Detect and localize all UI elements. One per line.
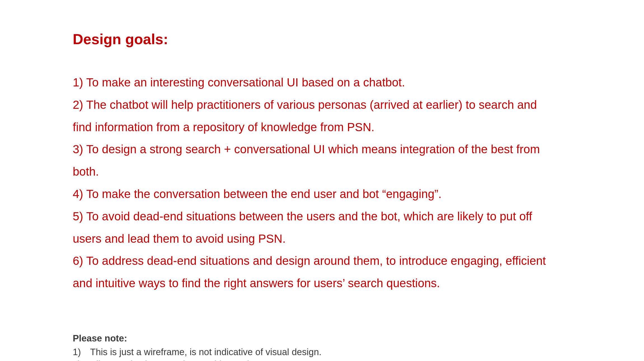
goal-item: 2) The chatbot will help practitioners o… xyxy=(73,94,554,138)
goal-item: 1) To make an interesting conversational… xyxy=(73,71,554,94)
notes-section: Please note: 1) This is just a wireframe… xyxy=(73,332,571,361)
note-item: 2) All scenarios have not been addressed… xyxy=(73,358,571,361)
goal-item: 4) To make the conversation between the … xyxy=(73,183,554,205)
design-goals-list: 1) To make an interesting conversational… xyxy=(73,71,554,294)
notes-heading: Please note: xyxy=(73,332,571,345)
goal-item: 5) To avoid dead-end situations between … xyxy=(73,205,554,250)
page-title: Design goals: xyxy=(73,31,571,48)
notes-list: 1) This is just a wireframe, is not indi… xyxy=(73,346,571,361)
note-number: 1) xyxy=(73,346,90,358)
note-text: This is just a wireframe, is not indicat… xyxy=(90,346,321,358)
note-number: 2) xyxy=(73,358,90,361)
goal-item: 3) To design a strong search + conversat… xyxy=(73,138,554,183)
note-text: All scenarios have not been addressed ye… xyxy=(90,358,267,361)
note-item: 1) This is just a wireframe, is not indi… xyxy=(73,346,571,358)
goal-item: 6) To address dead-end situations and de… xyxy=(73,250,554,294)
